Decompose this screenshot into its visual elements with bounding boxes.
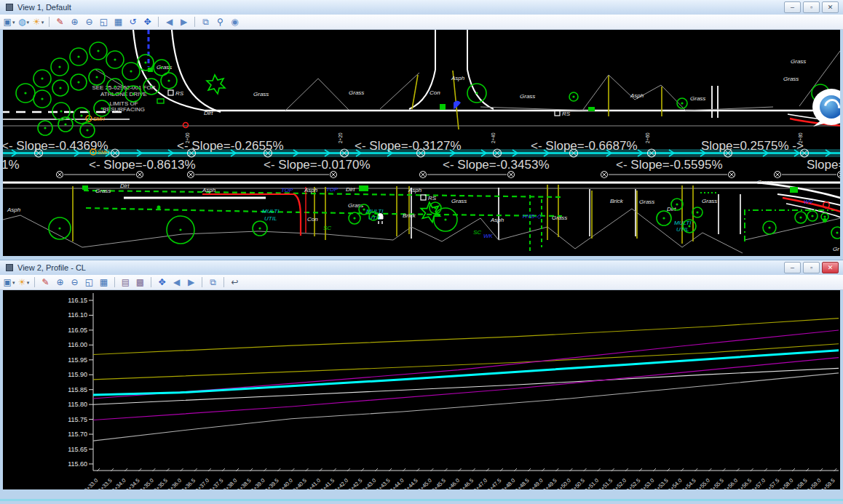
tree-icon xyxy=(768,226,770,228)
x-tick-label: 2+42.5 xyxy=(347,477,364,489)
profile-grid-button[interactable]: ▤ xyxy=(119,276,132,289)
slope-label: <- Slope=-0.6687% xyxy=(531,139,638,153)
tree-icon xyxy=(688,225,690,227)
window-area-button[interactable]: ◱ xyxy=(97,15,111,28)
copy-view-button[interactable]: ⧉ xyxy=(206,276,220,289)
toolbar-separator xyxy=(49,17,50,27)
profile-series-existing-ground-white xyxy=(93,368,839,404)
zoom-in-button[interactable]: ⊕ xyxy=(68,15,82,28)
star-tree-icon xyxy=(207,75,225,94)
update-view-button[interactable]: ✎ xyxy=(53,15,67,28)
station-label: 2+40 xyxy=(491,132,496,143)
surface-label: Con xyxy=(430,89,440,96)
surface-label: Grass xyxy=(253,91,269,97)
copy-view-button[interactable]: ⧉ xyxy=(199,15,213,28)
view-previous-button[interactable]: ◀ xyxy=(170,276,183,289)
fit-view-button[interactable]: ▦ xyxy=(97,276,111,289)
zoom-out-button[interactable]: ⊖ xyxy=(68,276,82,289)
x-tick-label: 2+59.5 xyxy=(820,477,836,489)
tree-icon xyxy=(811,215,813,217)
y-tick-label: 115.95 xyxy=(68,356,87,364)
tree-icon xyxy=(60,110,62,112)
update-view-button[interactable]: ✎ xyxy=(39,276,52,289)
tree-icon xyxy=(662,217,665,219)
y-tick-label: 116.10 xyxy=(68,311,87,319)
x-tick-label: 2+49.0 xyxy=(528,477,545,489)
y-tick-label: 115.90 xyxy=(68,371,87,378)
y-tick-label: 116.05 xyxy=(68,327,87,334)
survey-point-icon xyxy=(775,172,780,177)
x-tick-label: 2+51.0 xyxy=(583,477,600,489)
minimize-button[interactable]: – xyxy=(784,1,801,13)
view-previous-button[interactable]: ◀ xyxy=(162,15,176,28)
display-style-button[interactable]: ◍▾ xyxy=(17,15,31,28)
minimize-button[interactable]: – xyxy=(784,262,801,273)
window-bottom-accent xyxy=(0,499,843,501)
toolbar-separator xyxy=(158,17,159,27)
x-tick-label: 2+59.0 xyxy=(806,477,823,489)
tree-icon xyxy=(179,228,181,231)
close-button[interactable]: ✕ xyxy=(822,262,839,273)
surface-label: Grass xyxy=(791,58,806,65)
slope-label: <- Slope=-0.3453% xyxy=(443,158,550,172)
surface-label: SC xyxy=(323,225,331,231)
view1-titlebar[interactable]: View 1, Default – ▫ ✕ xyxy=(0,0,843,15)
x-tick-label: 2+55.0 xyxy=(694,477,711,489)
surface-label: RS xyxy=(428,195,437,201)
view-navigation-button[interactable]: ⚲ xyxy=(213,15,227,28)
view1-drawing-canvas[interactable]: 2+002+202+402+602+80<- Slope=-0.4369%<- … xyxy=(3,30,840,256)
x-tick-label: 2+57.0 xyxy=(750,477,767,489)
x-tick-label: 2+36.0 xyxy=(166,477,183,489)
toolbar-separator xyxy=(223,277,224,287)
y-tick-label: 115.60 xyxy=(68,460,87,468)
view-next-button[interactable]: ▶ xyxy=(184,276,198,289)
maximize-button[interactable]: ▫ xyxy=(803,1,820,13)
application-screen: View 1, Default – ▫ ✕ ▣▾◍▾☀▾✎⊕⊖◱▦↺✥◀▶⧉⚲◉ xyxy=(0,0,843,504)
tree-icon xyxy=(681,102,683,104)
manhole-label: SMH xyxy=(98,150,110,155)
surface-label: Dirt xyxy=(204,110,213,116)
tree-icon xyxy=(144,61,146,63)
rotate-view-button[interactable]: ↺ xyxy=(126,15,140,28)
close-button[interactable]: ✕ xyxy=(822,1,839,13)
back-arrow-button[interactable]: ↩ xyxy=(228,276,242,289)
x-tick-label: 2+33.0 xyxy=(83,477,100,489)
slope-label: Slope=0.2575% -> xyxy=(701,139,804,153)
surface-label: Dirt xyxy=(346,186,355,193)
surface-label: Asph xyxy=(304,187,318,193)
view-next-button[interactable]: ▶ xyxy=(177,15,191,28)
toolbar-separator xyxy=(151,277,151,287)
pan-view-button[interactable]: ✥ xyxy=(140,15,154,28)
view2-title: View 2, Profile - CL xyxy=(17,263,784,272)
view2-profile-canvas[interactable]: 116.15116.10116.05116.00115.95115.90115.… xyxy=(3,290,840,489)
x-tick-label: 2+54.5 xyxy=(681,477,697,489)
window-area-button[interactable]: ◱ xyxy=(82,276,96,289)
surface-label: WV xyxy=(804,199,814,205)
toolbar-separator xyxy=(194,17,195,27)
maximize-button[interactable]: ▫ xyxy=(803,262,820,273)
surface-label: SC xyxy=(473,229,481,236)
zoom-out-button[interactable]: ⊖ xyxy=(82,15,96,28)
view-sync-button[interactable]: ◉ xyxy=(228,15,242,28)
profile-table-button[interactable]: ▩ xyxy=(133,276,147,289)
window-icon xyxy=(6,4,13,11)
tree-icon xyxy=(363,208,365,210)
surface-label: RS xyxy=(175,90,184,97)
assistant-bubble-icon[interactable] xyxy=(811,89,840,128)
adjust-brightness-button[interactable]: ☀▾ xyxy=(17,276,31,289)
surface-label: RS xyxy=(562,111,571,117)
view1-title: View 1, Default xyxy=(17,3,784,12)
view-attributes-button[interactable]: ▣▾ xyxy=(2,276,16,289)
pan-view-button[interactable]: ✥ xyxy=(155,276,169,289)
view2-titlebar[interactable]: View 2, Profile - CL – ▫ ✕ xyxy=(0,260,843,275)
x-tick-label: 2+44.0 xyxy=(389,477,405,489)
x-tick-label: 2+38.0 xyxy=(222,477,239,489)
view-attributes-button[interactable]: ▣▾ xyxy=(2,15,16,28)
fit-view-button[interactable]: ▦ xyxy=(111,15,125,28)
adjust-brightness-button[interactable]: ☀▾ xyxy=(31,15,45,28)
x-tick-label: 2+56.0 xyxy=(722,477,739,489)
zoom-in-button[interactable]: ⊕ xyxy=(53,276,67,289)
tree-icon xyxy=(58,227,60,229)
x-tick-label: 2+39.0 xyxy=(250,477,266,489)
surface-label: Con xyxy=(307,216,318,223)
